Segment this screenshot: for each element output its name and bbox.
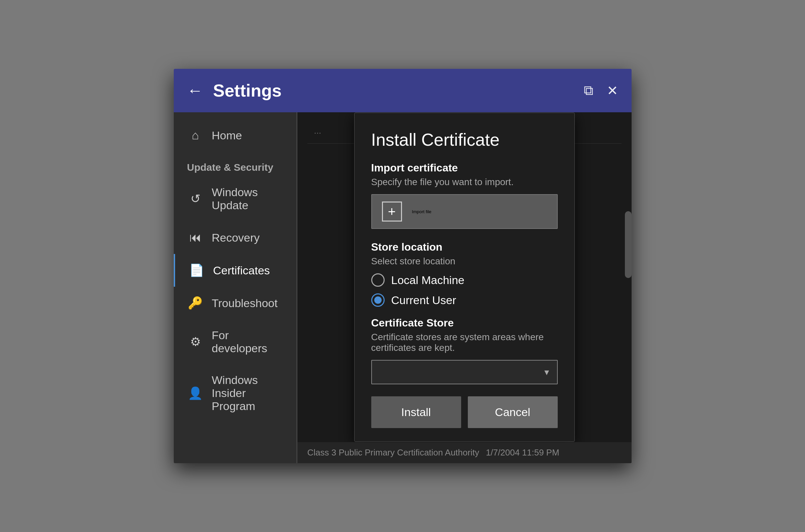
current-user-option[interactable]: Current User bbox=[371, 293, 558, 307]
dialog-title: Install Certificate bbox=[371, 130, 558, 150]
sidebar-section-label: Update & Security bbox=[174, 152, 296, 176]
main-content: ··· Install Certificate Import certifica… bbox=[298, 112, 632, 463]
sidebar: ⌂ Home Update & Security ↺ Windows Updat… bbox=[174, 112, 298, 463]
restore-button[interactable]: ⧉ bbox=[584, 83, 593, 98]
import-file-label: Import file bbox=[412, 209, 432, 214]
sidebar-windows-insider-label: Windows Insider Program bbox=[212, 374, 283, 413]
sidebar-home-label: Home bbox=[212, 129, 242, 142]
current-user-label: Current User bbox=[391, 294, 457, 307]
sidebar-item-recovery[interactable]: ⏮ Recovery bbox=[174, 221, 296, 254]
bottom-bar-text: Class 3 Public Primary Certification Aut… bbox=[307, 448, 479, 458]
current-user-radio[interactable] bbox=[371, 293, 385, 307]
sidebar-item-windows-update[interactable]: ↺ Windows Update bbox=[174, 176, 296, 221]
cert-store-section: Certificate Store Certificate stores are… bbox=[371, 317, 558, 384]
windows-insider-icon: 👤 bbox=[187, 386, 204, 400]
store-location-label: Store location bbox=[371, 241, 558, 253]
sidebar-item-home[interactable]: ⌂ Home bbox=[174, 119, 296, 152]
titlebar: ← Settings ⧉ ✕ bbox=[174, 69, 632, 112]
dialog-overlay: Install Certificate Import certificate S… bbox=[298, 112, 632, 442]
import-section-desc: Specify the file you want to import. bbox=[371, 177, 558, 188]
install-certificate-dialog: Install Certificate Import certificate S… bbox=[354, 113, 575, 442]
cancel-button[interactable]: Cancel bbox=[468, 396, 558, 428]
for-developers-icon: ⚙ bbox=[187, 335, 204, 349]
close-button[interactable]: ✕ bbox=[607, 83, 618, 98]
sidebar-item-certificates[interactable]: 📄 Certificates bbox=[174, 254, 296, 287]
bottom-bar-date: 1/7/2004 11:59 PM bbox=[486, 448, 559, 458]
local-machine-radio[interactable] bbox=[371, 273, 385, 287]
store-location-desc: Select store location bbox=[371, 256, 558, 267]
home-icon: ⌂ bbox=[187, 128, 204, 142]
action-buttons: Install Cancel bbox=[371, 396, 558, 428]
cert-store-label: Certificate Store bbox=[371, 317, 558, 329]
local-machine-label: Local Machine bbox=[391, 274, 464, 287]
cert-store-desc: Certificate stores are system areas wher… bbox=[371, 332, 558, 353]
bottom-bar: Class 3 Public Primary Certification Aut… bbox=[298, 442, 632, 463]
titlebar-title: Settings bbox=[213, 80, 584, 100]
sidebar-windows-update-label: Windows Update bbox=[212, 186, 283, 212]
window-body: ⌂ Home Update & Security ↺ Windows Updat… bbox=[174, 112, 632, 463]
window-controls: ⧉ ✕ bbox=[584, 83, 618, 98]
sidebar-item-troubleshoot[interactable]: 🔑 Troubleshoot bbox=[174, 287, 296, 320]
sidebar-recovery-label: Recovery bbox=[212, 231, 260, 244]
back-button[interactable]: ← bbox=[187, 82, 203, 99]
sidebar-troubleshoot-label: Troubleshoot bbox=[212, 297, 278, 310]
windows-update-icon: ↺ bbox=[187, 192, 204, 206]
install-button[interactable]: Install bbox=[371, 396, 461, 428]
current-user-radio-inner bbox=[374, 297, 382, 304]
sidebar-item-for-developers[interactable]: ⚙ For developers bbox=[174, 320, 296, 364]
app-window: ← Settings ⧉ ✕ ⌂ Home Update & Security … bbox=[174, 69, 632, 463]
bg-content: ··· Install Certificate Import certifica… bbox=[298, 112, 632, 442]
local-machine-option[interactable]: Local Machine bbox=[371, 273, 558, 287]
sidebar-for-developers-label: For developers bbox=[212, 329, 283, 355]
chevron-down-icon: ▾ bbox=[544, 366, 549, 378]
certificates-icon: 📄 bbox=[189, 263, 205, 277]
sidebar-item-windows-insider[interactable]: 👤 Windows Insider Program bbox=[174, 364, 296, 422]
plus-icon: + bbox=[382, 202, 402, 222]
troubleshoot-icon: 🔑 bbox=[187, 296, 204, 310]
recovery-icon: ⏮ bbox=[187, 231, 204, 245]
sidebar-certificates-label: Certificates bbox=[213, 264, 270, 277]
import-section-label: Import certificate bbox=[371, 162, 558, 174]
store-location-radio-group: Local Machine Current User bbox=[371, 273, 558, 307]
cert-store-dropdown[interactable]: ▾ bbox=[371, 360, 558, 384]
import-file-button[interactable]: + Import file bbox=[371, 194, 558, 229]
